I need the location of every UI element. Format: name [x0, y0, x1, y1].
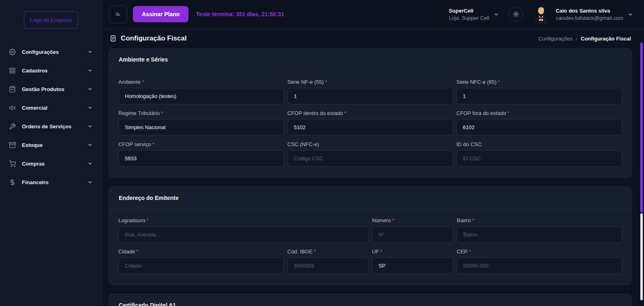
required-mark: *: [469, 249, 471, 255]
chevron-down-icon: [627, 11, 633, 17]
sidebar-item-financeiro[interactable]: Financeiro: [0, 173, 102, 191]
sidebar-item-label: Estoque: [22, 142, 43, 148]
chevron-down-icon: [87, 161, 93, 166]
menu-icon: [114, 10, 122, 18]
required-mark: *: [161, 110, 163, 116]
sidebar-item-label: Cadastros: [22, 68, 48, 74]
required-mark: *: [136, 249, 138, 255]
field-logradouro: Logradouro*: [118, 217, 368, 243]
sidebar-item-compras[interactable]: Compras: [0, 154, 102, 173]
cfop-fora-estado-input[interactable]: [456, 119, 622, 136]
uf-input[interactable]: [372, 257, 453, 274]
page-title-row: Configuração Fiscal Configurações › Conf…: [109, 34, 631, 42]
required-mark: *: [380, 249, 382, 255]
store-subtitle: Loja: Supper Cell: [449, 15, 489, 21]
serie-nfe-input[interactable]: [287, 88, 453, 104]
ambiente-input[interactable]: [118, 88, 284, 104]
cidade-input[interactable]: [118, 257, 284, 274]
field-cidade: Cidade*: [118, 249, 284, 274]
chevron-down-icon: [87, 49, 93, 55]
card-title: Endereço do Emitente: [109, 187, 631, 209]
subscribe-plan-button[interactable]: Assinar Plano: [133, 6, 188, 22]
field-numero: Número*: [372, 217, 453, 243]
breadcrumb-current: Configuração Fiscal: [581, 36, 631, 42]
logo-text: Logo da Empresa: [30, 17, 72, 23]
numero-input[interactable]: [372, 226, 453, 243]
shopping-bag-icon: [9, 86, 16, 93]
csc-nfce-input[interactable]: [287, 150, 453, 167]
field-cfop-fora-estado: CFOP fora do estado*: [456, 110, 622, 136]
chevron-down-icon: [87, 142, 93, 148]
scrollbar-thumb[interactable]: [640, 42, 643, 212]
sidebar-item-cadastros[interactable]: Cadastros: [0, 61, 102, 80]
megaphone-icon: [9, 104, 16, 111]
cep-input[interactable]: [457, 257, 622, 274]
archive-box-icon: [9, 142, 16, 149]
receipt-icon: [109, 35, 117, 42]
user-name: Caio dos Santos silva: [556, 8, 623, 14]
field-csc-nfce: CSC (NFC-e): [287, 141, 453, 167]
cfop-servico-input[interactable]: [118, 150, 284, 167]
field-cod-ibge: Cód. IBGE*: [287, 249, 368, 274]
cod-ibge-input[interactable]: [287, 257, 368, 274]
required-mark: *: [152, 141, 154, 147]
avatar[interactable]: [533, 4, 549, 24]
field-cep: CEP*: [457, 249, 622, 274]
sidebar-item-configuracoes[interactable]: Configurações: [0, 42, 102, 61]
field-uf: UF*: [372, 249, 453, 274]
field-cfop-dentro-estado: CFOP dentro do estado*: [287, 110, 453, 136]
sidebar-item-ordens-de-servicos[interactable]: Ordens de Serviços: [0, 117, 102, 136]
sidebar-item-label: Financeiro: [22, 179, 49, 185]
required-mark: *: [142, 79, 144, 85]
field-id-csc: ID do CSC: [456, 141, 622, 167]
field-serie-nfce: Série NFC-e (65)*: [456, 79, 622, 104]
field-regime-tributario: Regime Tributário*: [118, 110, 284, 136]
sidebar-item-comercial[interactable]: Comercial: [0, 98, 102, 117]
serie-nfce-input[interactable]: [456, 88, 622, 104]
sidebar-item-label: Configurações: [22, 49, 59, 55]
required-mark: *: [392, 217, 394, 223]
required-mark: *: [472, 217, 474, 223]
theme-toggle-button[interactable]: [508, 7, 523, 22]
breadcrumb-parent[interactable]: Configurações: [539, 36, 573, 42]
required-mark: *: [314, 249, 316, 255]
store-selector[interactable]: SuperCell Loja: Supper Cell: [449, 8, 499, 21]
required-mark: *: [147, 217, 149, 223]
shopping-cart-icon: [9, 160, 16, 167]
grid-icon: [9, 67, 16, 74]
card-title: Certificado Digital A1: [109, 294, 631, 306]
page-title: Configuração Fiscal: [121, 34, 186, 42]
sidebar-item-label: Ordens de Serviços: [22, 123, 71, 130]
cfop-dentro-estado-input[interactable]: [287, 119, 453, 136]
user-email: caiodev.fullstack@gmail.com: [556, 15, 623, 21]
sidebar-item-estoque[interactable]: Estoque: [0, 136, 102, 154]
header-right-cluster: SuperCell Loja: Supper Cell Ca: [449, 4, 633, 24]
chevron-down-icon: [87, 68, 93, 73]
user-menu[interactable]: Caio dos Santos silva caiodev.fullstack@…: [556, 8, 633, 21]
id-csc-input[interactable]: [456, 150, 622, 167]
card-title: Ambiente e Séries: [109, 49, 631, 71]
chevron-down-icon: [87, 123, 93, 129]
chevron-down-icon: [87, 86, 93, 92]
sidebar-item-gestao-produtos[interactable]: Gestão Produtos: [0, 80, 102, 98]
required-mark: *: [344, 110, 346, 116]
bairro-input[interactable]: [457, 226, 622, 243]
sidebar-item-label: Comercial: [22, 105, 47, 111]
regime-tributario-input[interactable]: [118, 119, 284, 136]
required-mark: *: [507, 110, 509, 116]
sidebar-toggle-button[interactable]: [109, 5, 127, 23]
wrench-icon: [9, 123, 16, 130]
sidebar-item-label: Compras: [22, 161, 45, 167]
scrollbar-track[interactable]: [640, 213, 643, 300]
top-header: Assinar Plano Teste termina: 351 dias, 2…: [102, 0, 644, 29]
sun-icon: [513, 11, 519, 17]
company-logo-placeholder: Logo da Empresa: [24, 11, 78, 29]
required-mark: *: [325, 79, 327, 85]
chevron-down-icon: [493, 11, 499, 17]
main-content: Configuração Fiscal Configurações › Conf…: [102, 29, 644, 306]
breadcrumb: Configurações › Configuração Fiscal: [539, 36, 631, 42]
logradouro-input[interactable]: [118, 226, 368, 243]
field-bairro: Bairro*: [457, 217, 622, 243]
card-endereco-emitente: Endereço do Emitente Logradouro* Número*…: [109, 187, 632, 285]
sidebar-item-label: Gestão Produtos: [22, 86, 64, 92]
